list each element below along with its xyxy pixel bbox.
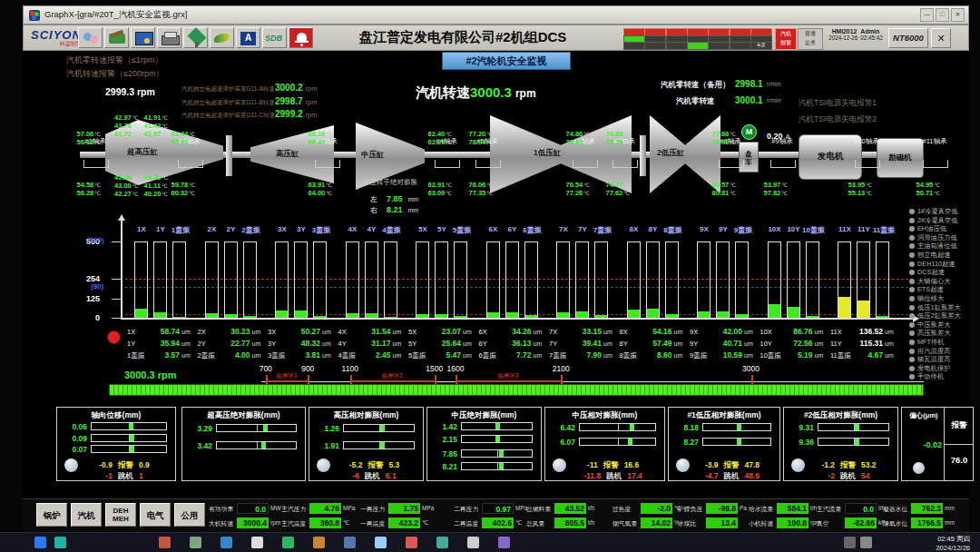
taskbar-app-icon[interactable] — [467, 537, 479, 548]
ja-icon[interactable]: A — [236, 27, 260, 48]
taskbar-date: 2024/12/26 — [894, 544, 970, 552]
printer-icon[interactable] — [157, 27, 181, 48]
g11-unit: rpm — [306, 111, 318, 119]
param-value: 43.52 — [554, 503, 586, 514]
taskbar-app-icon[interactable] — [190, 537, 201, 548]
vib-bar-fill — [366, 313, 377, 318]
panel-bar — [343, 424, 415, 432]
panel-bar-center — [618, 424, 619, 430]
panel-bar — [461, 422, 533, 430]
nav-button-2[interactable]: DEH MEH — [105, 503, 136, 527]
taskbar-app-icon[interactable] — [251, 537, 263, 548]
param-unit: ℃ — [422, 519, 428, 527]
tray-icon[interactable] — [844, 537, 856, 548]
taskbar-app-icon[interactable] — [406, 537, 417, 548]
panel-bar — [91, 434, 167, 442]
temp-unit: ℃ — [934, 191, 940, 196]
bearing-temp-bottom: 53.97℃57.82℃ — [746, 174, 788, 191]
nav-button-3[interactable]: 电气 — [140, 503, 171, 527]
param-value: -98.8 — [706, 503, 738, 514]
close-icon[interactable]: ✕ — [951, 8, 965, 22]
bearing-temp-bottom-row: 64.00℃ — [290, 182, 332, 191]
zero-speed-value: 2998.1 — [735, 79, 763, 89]
vib-ytick-mark — [112, 279, 121, 280]
mode-box[interactable]: 普通监查 — [798, 28, 823, 50]
toolbar: SCIYON 科远智慧 ASDB 盘江普定发电有限公司#2机组DCS 电源 汽机… — [23, 25, 969, 51]
vib-bar-fill — [877, 316, 888, 318]
toolbar-close-button[interactable]: ✕ — [931, 28, 951, 48]
panel-bar — [461, 462, 533, 470]
nav-button-0[interactable]: 锅炉 — [36, 503, 67, 527]
ip-expansion-label: 中压转子绝对膨胀 — [363, 178, 417, 187]
param-value: 4.76 — [309, 503, 341, 514]
vib-bar-outline — [505, 242, 519, 318]
maximize-icon[interactable]: □ — [936, 8, 949, 22]
vib-bar-outline — [575, 242, 589, 318]
hmi-info: HMI2012Admin2024-12-2602:45:42 — [826, 28, 886, 48]
users-icon[interactable] — [78, 27, 103, 48]
monitor-user-icon[interactable] — [131, 27, 155, 48]
eccentricity-value: -0.02 — [904, 440, 942, 449]
temp-unit: ℃ — [132, 192, 139, 197]
taskbar-app-icon[interactable] — [159, 537, 171, 548]
leaf-icon[interactable] — [210, 27, 234, 48]
tools-icon[interactable] — [104, 27, 129, 48]
bearing-temp-bottom: 54.58℃56.28℃ — [59, 174, 101, 191]
bearing-temp-bottom-row: 63.91℃ — [290, 174, 332, 182]
vib-bar-fill — [717, 311, 729, 318]
graphx-logo-icon — [29, 10, 40, 21]
taskbar-app-icon[interactable] — [220, 537, 232, 548]
search-icon[interactable] — [54, 537, 66, 548]
vib-bar-outline — [172, 242, 186, 318]
turbine-alarm-button[interactable]: 汽机报警 — [775, 28, 797, 50]
panel-bar-marker — [499, 450, 504, 457]
bearing-bracket — [612, 160, 638, 168]
bearing-temp-bottom-row: 77.26℃ — [548, 182, 590, 191]
taskbar-app-icon[interactable] — [436, 537, 448, 548]
bearing-temp-bottom-row: 77.62℃ — [588, 182, 630, 191]
vib-value-label: 10盖振 — [760, 351, 784, 360]
temp-unit: ℃ — [326, 191, 332, 196]
vib-bar-outline — [556, 242, 570, 318]
taskbar-app-icon[interactable] — [282, 537, 294, 548]
alarm-grid-cell — [730, 42, 751, 50]
vib-value-unit: um — [885, 352, 894, 359]
taskbar-app-icon[interactable] — [375, 537, 387, 548]
bearing-temp-bottom: 54.95℃50.71℃ — [898, 174, 940, 191]
minimize-icon[interactable]: — — [920, 8, 934, 22]
nav-button-1[interactable]: 汽机 — [71, 503, 102, 527]
start-menu-icon[interactable] — [34, 537, 46, 548]
taskbar-app-icon[interactable] — [313, 537, 325, 548]
bearing-bracket — [178, 160, 203, 168]
speed-tick-label: 3000 — [737, 364, 766, 373]
panel-bar — [818, 423, 889, 431]
vib-bar-label: 7盖振 — [589, 225, 616, 235]
alarm-bell-icon[interactable] — [289, 27, 313, 48]
vib-bar-outline — [806, 242, 819, 318]
bearing-temp-bottom-row: 74.77℃ — [588, 174, 630, 182]
vib-bar-label: 9盖振 — [730, 225, 757, 235]
vib-bar-fill — [647, 309, 659, 318]
critical-zone-label: 临界区1 — [272, 372, 301, 380]
speed-tick-mark — [435, 375, 436, 384]
panel-bar-value: 0.09 — [60, 434, 87, 443]
vib-value-cell: 8盖振8.60um — [620, 345, 687, 361]
vib-bar-fill — [698, 311, 710, 318]
taskbar-app-icon[interactable] — [344, 537, 356, 548]
nav-button-4[interactable]: 公用 — [174, 503, 205, 527]
taskbar-app-icon[interactable] — [498, 537, 510, 548]
display-icon[interactable] — [183, 27, 208, 48]
bearing-label: #9轴承 — [766, 137, 799, 146]
panel-bar-value: 8.18 — [671, 423, 699, 432]
temp-unit: ℃ — [162, 192, 168, 197]
bearing-temp-bottom-row: 80.57℃ — [694, 174, 736, 182]
vib-value-unit: um — [393, 352, 402, 359]
panel-bar — [579, 438, 656, 446]
panel-bar-marker — [129, 423, 133, 429]
vib-value-number: 3.57 — [151, 350, 180, 360]
tray-icon[interactable] — [860, 537, 872, 548]
bearing-bracket — [435, 160, 460, 168]
sdb-icon[interactable]: SDB — [262, 27, 287, 48]
vib-value-number: 2.45 — [362, 350, 391, 360]
tab-turbine-safety[interactable]: #2汽轮机安全监视 — [442, 52, 571, 70]
